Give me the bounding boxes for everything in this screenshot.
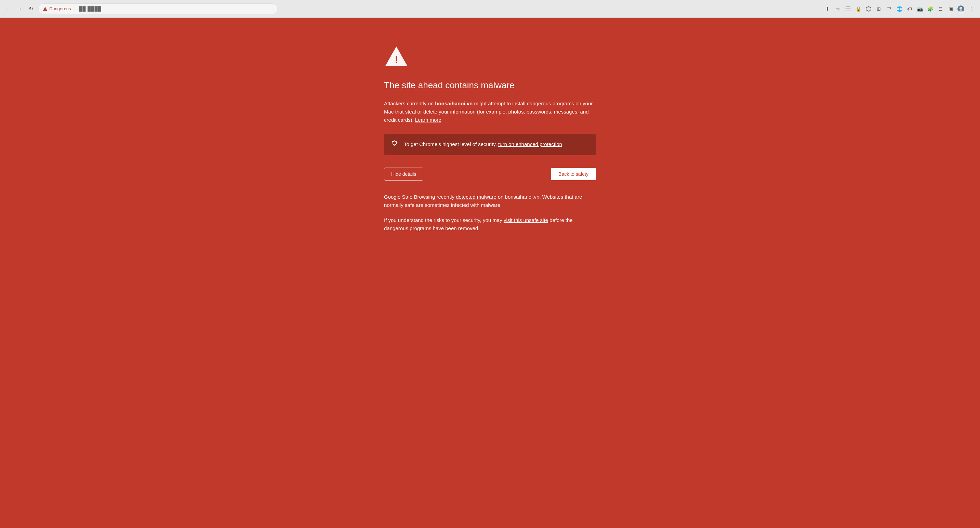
svg-marker-2 [866, 6, 871, 11]
svg-point-4 [959, 7, 962, 10]
enhanced-protection-prefix: To get Chrome's highest level of securit… [404, 141, 498, 147]
learn-more-link[interactable]: Learn more [415, 117, 441, 123]
warning-description: Attackers currently on bonsaihanoi.vn mi… [384, 100, 596, 124]
back-to-safety-button[interactable]: Back to safety [551, 168, 596, 180]
shield-icon[interactable]: 🛡 [884, 4, 894, 14]
detected-malware-link[interactable]: detected malware [456, 194, 496, 200]
button-row: Hide details Back to safety [384, 167, 596, 181]
details-p1-part1: Google Safe Browsing recently [384, 194, 456, 200]
visit-unsafe-site-link[interactable]: visit this unsafe site [504, 217, 548, 223]
svg-text:!: ! [395, 54, 398, 65]
star-icon[interactable]: ☆ [833, 4, 843, 14]
dangerous-indicator: ! Dangerous [43, 6, 71, 11]
nav-buttons: ← → ↻ [4, 4, 35, 14]
share-icon[interactable]: ⬆ [823, 4, 832, 14]
details-p2-part1: If you understand the risks to your secu… [384, 217, 504, 223]
lock-icon[interactable]: 🔒 [853, 4, 863, 14]
camera-icon[interactable]: 📷 [915, 4, 924, 14]
warning-page: ! The site ahead contains malware Attack… [0, 18, 980, 528]
tag-icon[interactable]: 🏷 [905, 4, 914, 14]
hide-details-button[interactable]: Hide details [384, 167, 423, 181]
avatar-icon[interactable] [956, 4, 966, 14]
extensions-icon[interactable] [864, 4, 873, 14]
address-separator: | [75, 6, 76, 11]
toolbar-right: ⬆ ☆ 🔒 ⊞ 🛡 🌐 🏷 📷 🧩 ☰ ▣ ⋮ [823, 4, 976, 14]
enhanced-protection-text: To get Chrome's highest level of securit… [404, 140, 562, 148]
danger-label: Dangerous [49, 6, 71, 11]
address-url: ██ ████ [79, 6, 102, 11]
svg-point-7 [393, 141, 397, 145]
danger-triangle-icon: ! [43, 6, 48, 11]
browser-chrome: ← → ↻ ! Dangerous | ██ ████ ⬆ ☆ 🔒 [0, 0, 980, 18]
more-options-icon[interactable]: ⋮ [966, 4, 976, 14]
menu-icon[interactable]: ☰ [935, 4, 945, 14]
forward-button[interactable]: → [15, 4, 25, 14]
address-bar[interactable]: ! Dangerous | ██ ████ [38, 3, 278, 14]
sidebar-icon[interactable]: ▣ [946, 4, 955, 14]
warning-icon: ! [384, 45, 596, 69]
svg-text:!: ! [45, 8, 46, 11]
enhanced-protection-link[interactable]: turn on enhanced protection [498, 141, 562, 147]
reload-button[interactable]: ↻ [26, 4, 35, 14]
domain-name: bonsaihanoi.vn [435, 100, 473, 107]
grid-icon[interactable]: ⊞ [874, 4, 884, 14]
codepen-icon[interactable] [843, 4, 853, 14]
details-paragraph-1: Google Safe Browsing recently detected m… [384, 193, 596, 209]
back-button[interactable]: ← [4, 4, 14, 14]
details-paragraph-2: If you understand the risks to your secu… [384, 216, 596, 232]
puzzle-icon[interactable]: 🧩 [925, 4, 935, 14]
warning-title: The site ahead contains malware [384, 80, 596, 91]
details-section: Google Safe Browsing recently detected m… [384, 193, 596, 232]
lightbulb-icon [391, 140, 398, 149]
enhanced-protection-box: To get Chrome's highest level of securit… [384, 134, 596, 155]
warning-content: ! The site ahead contains malware Attack… [377, 45, 603, 507]
description-part1: Attackers currently on [384, 100, 435, 107]
globe-icon[interactable]: 🌐 [894, 4, 904, 14]
